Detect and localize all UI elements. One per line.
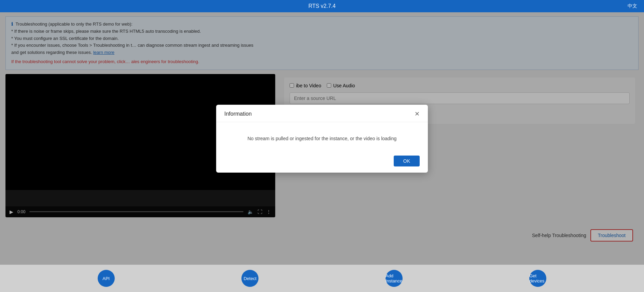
api-button-label: API	[102, 276, 110, 281]
bottom-nav-detect[interactable]: Detect	[241, 270, 258, 287]
get-devices-button-circle[interactable]: Get devices	[529, 270, 546, 287]
get-devices-button-label: Get devices	[529, 273, 546, 283]
detect-button-circle[interactable]: Detect	[241, 270, 258, 287]
modal-title: Information	[224, 111, 252, 117]
bottom-nav-api[interactable]: API	[98, 270, 115, 287]
bottom-nav-get-devices[interactable]: Get devices	[529, 270, 546, 287]
modal-message: No stream is pulled or ingested for the …	[248, 136, 397, 141]
add-instance-button-circle[interactable]: Add Instance	[386, 270, 403, 287]
bottom-nav-add-instance[interactable]: Add Instance	[386, 270, 403, 287]
modal-ok-button[interactable]: OK	[394, 156, 420, 166]
modal-footer: OK	[216, 151, 428, 173]
app-title: RTS v2.7.4	[308, 3, 336, 9]
bottom-bar: API Detect Add Instance Get devices	[0, 265, 644, 292]
add-instance-button-label: Add Instance	[386, 273, 403, 283]
main-content: ℹ Troubleshooting (applicable to only th…	[0, 12, 644, 265]
top-bar: RTS v2.7.4 中文	[0, 0, 644, 12]
modal-body: No stream is pulled or ingested for the …	[216, 122, 428, 151]
detect-button-label: Detect	[243, 276, 256, 281]
language-switch[interactable]: 中文	[628, 3, 637, 9]
modal-header: Information ✕	[216, 105, 428, 122]
modal-dialog: Information ✕ No stream is pulled or ing…	[216, 105, 428, 173]
api-button-circle[interactable]: API	[98, 270, 115, 287]
modal-overlay[interactable]: Information ✕ No stream is pulled or ing…	[0, 12, 644, 265]
modal-close-button[interactable]: ✕	[415, 111, 420, 117]
